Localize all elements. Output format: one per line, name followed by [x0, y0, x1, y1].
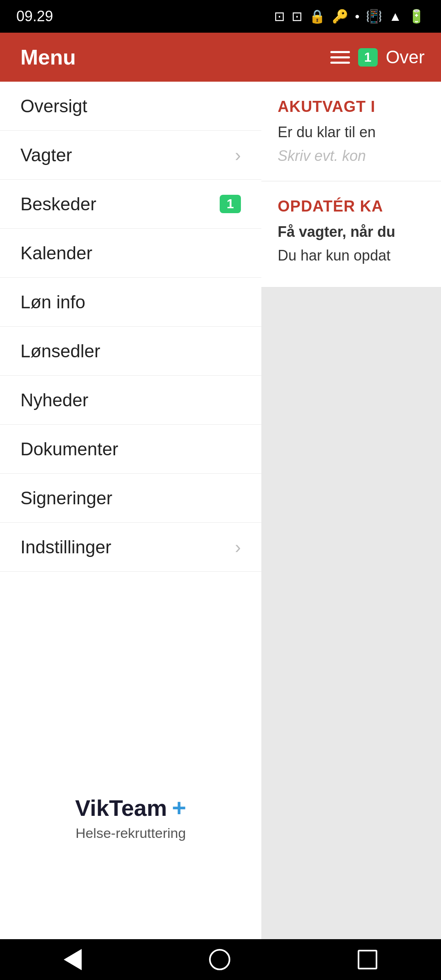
vibrate-icon: 📳 — [366, 9, 382, 24]
menu-item-nyheder[interactable]: Nyheder — [0, 376, 261, 425]
menu-label-kalender: Kalender — [20, 243, 92, 263]
status-right-icons: 📳 ▲ 🔋 — [366, 9, 425, 24]
sim1-icon: ⊡ — [274, 9, 285, 24]
gray-background-area — [261, 287, 441, 939]
battery-icon: 🔋 — [408, 9, 425, 24]
menu-item-vagter[interactable]: Vagter › — [0, 131, 261, 180]
menu-item-dokumenter[interactable]: Dokumenter — [0, 425, 261, 474]
menu-label-vagter: Vagter — [20, 145, 72, 165]
indstillinger-arrow-icon: › — [235, 537, 241, 557]
app-header: Menu 1 Over — [0, 33, 441, 82]
header-menu-title: Menu — [0, 45, 330, 69]
hamburger-menu-button[interactable] — [330, 51, 350, 64]
logo-subtitle: Helse-rekruttering — [76, 825, 186, 841]
opdater-body-bold: Få vagter, når du — [278, 223, 425, 241]
opdater-card[interactable]: OPDATÉR KA Få vagter, når du Du har kun … — [261, 181, 441, 287]
menu-item-kalender[interactable]: Kalender — [0, 229, 261, 278]
menu-item-lon-info[interactable]: Løn info — [0, 278, 261, 327]
logo-plus-icon: + — [172, 794, 186, 822]
menu-label-oversigt: Oversigt — [20, 96, 87, 116]
opdater-body-normal: Du har kun opdat — [278, 247, 425, 264]
sim2-icon: ⊡ — [292, 9, 303, 24]
menu-item-lonsedler[interactable]: Lønsedler — [0, 327, 261, 376]
wifi-icon: ▲ — [389, 9, 402, 24]
header-overview-text: Over — [386, 47, 425, 67]
status-icons: ⊡ ⊡ 🔒 🔑 • 📳 ▲ 🔋 — [274, 9, 425, 24]
right-panel: AKUTVAGT I Er du klar til en Skriv evt. … — [261, 82, 441, 939]
menu-item-signeringer[interactable]: Signeringer — [0, 474, 261, 523]
beskeder-badge: 1 — [220, 195, 241, 213]
opdater-title: OPDATÉR KA — [278, 198, 425, 215]
status-time: 09.29 — [16, 8, 53, 25]
recents-button[interactable] — [358, 950, 377, 969]
hamburger-line-2 — [330, 56, 350, 58]
menu-item-oversigt[interactable]: Oversigt — [0, 82, 261, 131]
header-right: 1 Over — [330, 47, 441, 67]
back-button[interactable] — [64, 949, 82, 970]
akutvagt-title: AKUTVAGT I — [278, 98, 425, 116]
header-badge: 1 — [358, 48, 378, 67]
vagter-arrow-icon: › — [235, 145, 241, 165]
hamburger-line-1 — [330, 51, 350, 53]
recents-icon — [358, 950, 377, 969]
menu-label-nyheder: Nyheder — [20, 390, 88, 410]
home-button[interactable] — [209, 949, 230, 970]
menu-label-beskeder: Beskeder — [20, 194, 96, 214]
menu-panel: Oversigt Vagter › Beskeder 1 Kalender Lø… — [0, 82, 261, 939]
menu-label-lonsedler: Lønsedler — [20, 341, 100, 361]
status-bar: 09.29 ⊡ ⊡ 🔒 🔑 • 📳 ▲ 🔋 — [0, 0, 441, 33]
dot-icon: • — [355, 9, 359, 24]
menu-item-beskeder[interactable]: Beskeder 1 — [0, 180, 261, 229]
back-icon — [64, 949, 82, 970]
menu-label-indstillinger: Indstillinger — [20, 537, 111, 557]
akutvagt-placeholder[interactable]: Skriv evt. kon — [278, 147, 425, 165]
hamburger-line-3 — [330, 62, 350, 64]
menu-label-signeringer: Signeringer — [20, 488, 112, 508]
bottom-nav — [0, 939, 441, 980]
akutvagt-card[interactable]: AKUTVAGT I Er du klar til en Skriv evt. … — [261, 82, 441, 181]
akutvagt-body: Er du klar til en — [278, 124, 425, 141]
lock2-icon: 🔑 — [332, 9, 348, 24]
menu-item-indstillinger[interactable]: Indstillinger › — [0, 523, 261, 572]
vikteam-logo: VikTeam + — [75, 794, 186, 822]
menu-logo: VikTeam + Helse-rekruttering — [0, 777, 261, 858]
logo-brand-name: VikTeam — [75, 795, 167, 821]
lock-icon: 🔒 — [309, 9, 325, 24]
home-icon — [209, 949, 230, 970]
menu-label-lon-info: Løn info — [20, 292, 85, 312]
main-content: Oversigt Vagter › Beskeder 1 Kalender Lø… — [0, 82, 441, 939]
menu-label-dokumenter: Dokumenter — [20, 439, 118, 459]
